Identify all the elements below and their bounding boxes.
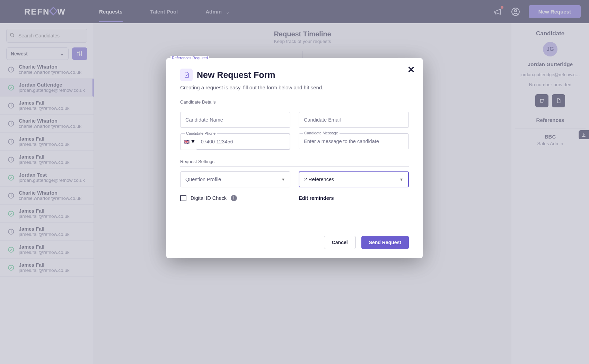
message-label: Candidate Message — [303, 131, 340, 135]
candidate-phone-field: Candidate Phone 🇬🇧 ▼ — [180, 133, 290, 150]
info-icon[interactable]: i — [231, 195, 237, 201]
candidate-email-field — [299, 112, 409, 128]
request-settings-grid: Question Profile ▼ References Required 2… — [180, 171, 409, 187]
candidate-message-input[interactable] — [299, 133, 409, 149]
chevron-down-icon: ▼ — [281, 177, 285, 181]
candidate-phone-input[interactable] — [196, 134, 290, 150]
candidate-name-field — [180, 112, 290, 128]
phone-label: Candidate Phone — [185, 131, 217, 135]
modal-footer: Cancel Send Request — [180, 236, 409, 249]
question-profile-placeholder: Question Profile — [185, 177, 221, 182]
references-required-value: 2 References — [304, 177, 334, 182]
references-required-select[interactable]: References Required 2 References ▼ — [299, 171, 409, 187]
candidate-email-input[interactable] — [299, 112, 409, 128]
candidate-message-field: Candidate Message — [299, 133, 409, 150]
modal-subtitle: Creating a request is easy, fill out the… — [180, 85, 409, 90]
settings-extras: Digital ID Check i Edit reminders — [180, 195, 409, 201]
question-profile-select[interactable]: Question Profile ▼ — [180, 171, 290, 187]
send-request-button[interactable]: Send Request — [361, 236, 409, 249]
section-candidate-details: Candidate Details — [180, 99, 409, 107]
section-request-settings: Request Settings — [180, 159, 409, 167]
edit-reminders-link[interactable]: Edit reminders — [299, 195, 409, 201]
digital-id-row: Digital ID Check i — [180, 195, 290, 201]
digital-id-checkbox[interactable] — [180, 195, 186, 201]
modal-header: New Request Form — [180, 69, 409, 81]
form-icon — [180, 69, 193, 81]
modal-title: New Request Form — [197, 70, 275, 80]
modal-overlay: ✕ New Request Form Creating a request is… — [0, 0, 589, 364]
cancel-button[interactable]: Cancel — [324, 236, 356, 249]
flag-icon[interactable]: 🇬🇧 — [184, 139, 190, 144]
candidate-name-input[interactable] — [180, 112, 290, 128]
chevron-down-icon: ▼ — [399, 177, 403, 181]
candidate-details-grid: Candidate Phone 🇬🇧 ▼ Candidate Message — [180, 112, 409, 150]
digital-id-label: Digital ID Check — [191, 195, 227, 201]
chevron-down-icon[interactable]: ▼ — [190, 139, 196, 145]
close-button[interactable]: ✕ — [407, 64, 415, 75]
references-required-label: References Required — [170, 56, 209, 60]
new-request-modal: ✕ New Request Form Creating a request is… — [166, 58, 423, 258]
